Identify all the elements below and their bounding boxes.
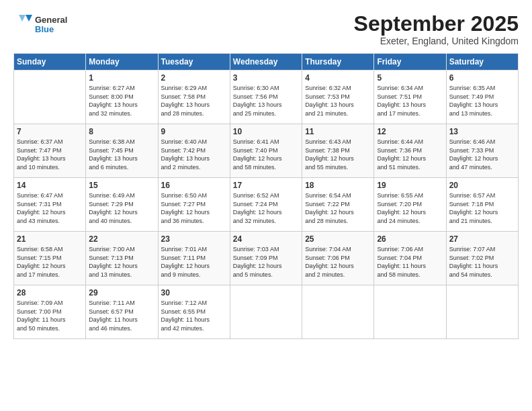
day-cell-4-4 (302, 285, 374, 339)
day-number: 1 (89, 73, 154, 83)
week-row-4: 21Sunrise: 6:58 AM Sunset: 7:15 PM Dayli… (14, 232, 519, 285)
day-number: 27 (449, 234, 515, 244)
calendar-table: SundayMondayTuesdayWednesdayThursdayFrid… (13, 53, 519, 339)
day-cell-2-2: 16Sunrise: 6:50 AM Sunset: 7:27 PM Dayli… (158, 178, 230, 232)
day-number: 24 (233, 234, 299, 244)
day-number: 23 (161, 234, 227, 244)
day-number: 17 (233, 181, 299, 190)
day-number: 5 (377, 73, 443, 83)
day-number: 7 (17, 127, 83, 136)
day-number: 30 (161, 288, 227, 298)
day-info: Sunrise: 7:00 AM Sunset: 7:13 PM Dayligh… (89, 245, 154, 279)
day-info: Sunrise: 7:01 AM Sunset: 7:11 PM Dayligh… (161, 245, 227, 279)
header: General Blue September 2025 Exeter, Engl… (13, 12, 519, 46)
day-number: 20 (449, 181, 515, 190)
day-cell-2-6: 20Sunrise: 6:57 AM Sunset: 7:18 PM Dayli… (446, 178, 518, 232)
day-cell-0-4: 4Sunrise: 6:32 AM Sunset: 7:53 PM Daylig… (302, 71, 374, 124)
weekday-header-monday: Monday (86, 54, 158, 71)
day-info: Sunrise: 6:41 AM Sunset: 7:40 PM Dayligh… (233, 138, 299, 171)
day-info: Sunrise: 6:58 AM Sunset: 7:15 PM Dayligh… (17, 245, 83, 279)
day-cell-3-6: 27Sunrise: 7:07 AM Sunset: 7:02 PM Dayli… (446, 232, 518, 285)
day-cell-1-1: 8Sunrise: 6:38 AM Sunset: 7:45 PM Daylig… (86, 124, 158, 178)
day-cell-1-3: 10Sunrise: 6:41 AM Sunset: 7:40 PM Dayli… (230, 124, 302, 178)
weekday-header-thursday: Thursday (302, 54, 374, 71)
day-cell-3-4: 25Sunrise: 7:04 AM Sunset: 7:06 PM Dayli… (302, 232, 374, 285)
day-cell-4-1: 29Sunrise: 7:11 AM Sunset: 6:57 PM Dayli… (86, 285, 158, 339)
day-info: Sunrise: 7:06 AM Sunset: 7:04 PM Dayligh… (377, 245, 443, 279)
day-info: Sunrise: 6:52 AM Sunset: 7:24 PM Dayligh… (233, 191, 299, 225)
day-info: Sunrise: 6:32 AM Sunset: 7:53 PM Dayligh… (305, 84, 371, 118)
day-info: Sunrise: 6:40 AM Sunset: 7:42 PM Dayligh… (161, 138, 227, 171)
weekday-header-wednesday: Wednesday (230, 54, 302, 71)
svg-marker-3 (19, 15, 26, 21)
day-number: 10 (233, 127, 299, 136)
day-number: 13 (449, 127, 515, 136)
logo: General Blue (13, 12, 87, 36)
weekday-header-saturday: Saturday (446, 54, 518, 71)
day-info: Sunrise: 6:47 AM Sunset: 7:31 PM Dayligh… (17, 191, 83, 225)
day-number: 12 (377, 127, 443, 136)
day-cell-3-0: 21Sunrise: 6:58 AM Sunset: 7:15 PM Dayli… (14, 232, 86, 285)
week-row-1: 1Sunrise: 6:27 AM Sunset: 8:00 PM Daylig… (14, 71, 519, 124)
day-info: Sunrise: 7:11 AM Sunset: 6:57 PM Dayligh… (89, 299, 154, 332)
day-number: 16 (161, 181, 227, 190)
day-info: Sunrise: 7:09 AM Sunset: 7:00 PM Dayligh… (17, 299, 83, 332)
day-cell-0-2: 2Sunrise: 6:29 AM Sunset: 7:58 PM Daylig… (158, 71, 230, 124)
day-cell-0-6: 6Sunrise: 6:35 AM Sunset: 7:49 PM Daylig… (446, 71, 518, 124)
day-cell-2-3: 17Sunrise: 6:52 AM Sunset: 7:24 PM Dayli… (230, 178, 302, 232)
day-cell-3-1: 22Sunrise: 7:00 AM Sunset: 7:13 PM Dayli… (86, 232, 158, 285)
day-cell-0-5: 5Sunrise: 6:34 AM Sunset: 7:51 PM Daylig… (374, 71, 446, 124)
day-cell-4-5 (374, 285, 446, 339)
day-info: Sunrise: 7:07 AM Sunset: 7:02 PM Dayligh… (449, 245, 515, 279)
day-info: Sunrise: 6:30 AM Sunset: 7:56 PM Dayligh… (233, 84, 299, 118)
day-number: 14 (17, 181, 83, 190)
day-info: Sunrise: 6:49 AM Sunset: 7:29 PM Dayligh… (89, 191, 154, 225)
day-info: Sunrise: 7:03 AM Sunset: 7:09 PM Dayligh… (233, 245, 299, 279)
day-number: 25 (305, 234, 371, 244)
subtitle: Exeter, England, United Kingdom (354, 36, 519, 46)
weekday-header-row: SundayMondayTuesdayWednesdayThursdayFrid… (14, 54, 519, 71)
day-cell-0-0 (14, 71, 86, 124)
day-cell-2-5: 19Sunrise: 6:55 AM Sunset: 7:20 PM Dayli… (374, 178, 446, 232)
day-number: 21 (17, 234, 83, 244)
calendar-page: General Blue September 2025 Exeter, Engl… (0, 0, 532, 346)
day-number: 2 (161, 73, 227, 83)
logo-svg: General Blue (13, 12, 87, 36)
svg-marker-2 (26, 15, 32, 21)
day-info: Sunrise: 6:55 AM Sunset: 7:20 PM Dayligh… (377, 191, 443, 225)
month-title: September 2025 (354, 12, 519, 36)
svg-text:General: General (35, 15, 67, 25)
day-number: 18 (305, 181, 371, 190)
day-number: 19 (377, 181, 443, 190)
day-info: Sunrise: 6:44 AM Sunset: 7:36 PM Dayligh… (377, 138, 443, 171)
day-info: Sunrise: 7:12 AM Sunset: 6:55 PM Dayligh… (161, 299, 227, 332)
day-cell-0-1: 1Sunrise: 6:27 AM Sunset: 8:00 PM Daylig… (86, 71, 158, 124)
day-cell-1-6: 13Sunrise: 6:46 AM Sunset: 7:33 PM Dayli… (446, 124, 518, 178)
day-info: Sunrise: 6:35 AM Sunset: 7:49 PM Dayligh… (449, 84, 515, 118)
day-number: 6 (449, 73, 515, 83)
day-cell-2-1: 15Sunrise: 6:49 AM Sunset: 7:29 PM Dayli… (86, 178, 158, 232)
day-number: 9 (161, 127, 227, 136)
day-cell-4-0: 28Sunrise: 7:09 AM Sunset: 7:00 PM Dayli… (14, 285, 86, 339)
day-cell-1-2: 9Sunrise: 6:40 AM Sunset: 7:42 PM Daylig… (158, 124, 230, 178)
day-number: 8 (89, 127, 154, 136)
weekday-header-tuesday: Tuesday (158, 54, 230, 71)
svg-text:Blue: Blue (35, 24, 54, 34)
day-info: Sunrise: 6:57 AM Sunset: 7:18 PM Dayligh… (449, 191, 515, 225)
day-cell-3-3: 24Sunrise: 7:03 AM Sunset: 7:09 PM Dayli… (230, 232, 302, 285)
day-cell-2-0: 14Sunrise: 6:47 AM Sunset: 7:31 PM Dayli… (14, 178, 86, 232)
day-number: 29 (89, 288, 154, 298)
day-number: 4 (305, 73, 371, 83)
day-info: Sunrise: 6:37 AM Sunset: 7:47 PM Dayligh… (17, 138, 83, 171)
day-number: 3 (233, 73, 299, 83)
day-info: Sunrise: 7:04 AM Sunset: 7:06 PM Dayligh… (305, 245, 371, 279)
day-info: Sunrise: 6:54 AM Sunset: 7:22 PM Dayligh… (305, 191, 371, 225)
day-number: 26 (377, 234, 443, 244)
day-number: 11 (305, 127, 371, 136)
day-number: 22 (89, 234, 154, 244)
day-cell-3-5: 26Sunrise: 7:06 AM Sunset: 7:04 PM Dayli… (374, 232, 446, 285)
day-cell-0-3: 3Sunrise: 6:30 AM Sunset: 7:56 PM Daylig… (230, 71, 302, 124)
day-number: 15 (89, 181, 154, 190)
week-row-2: 7Sunrise: 6:37 AM Sunset: 7:47 PM Daylig… (14, 124, 519, 178)
day-info: Sunrise: 6:50 AM Sunset: 7:27 PM Dayligh… (161, 191, 227, 225)
